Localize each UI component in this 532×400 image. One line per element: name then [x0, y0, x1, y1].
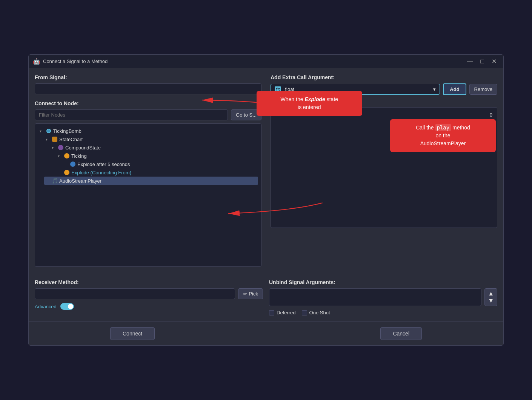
receiver-row: play ✏ Pick [35, 288, 263, 299]
extra-call-args-label: Extra Call Arguments: [271, 98, 497, 104]
label-ticking: Ticking [71, 153, 87, 159]
icon-audiostreamplayer: 🎵 [52, 178, 58, 184]
label-statechart: StateChart [59, 137, 83, 142]
left-panel: From Signal: state_entered() Connect to … [35, 74, 266, 267]
receiver-method-label: Receiver Method: [35, 279, 263, 285]
filter-row: Go to S... [35, 109, 261, 120]
type-select[interactable]: flt float ▾ [271, 84, 440, 95]
extra-call-section: Add Extra Call Argument: flt float ▾ Add… [271, 74, 497, 228]
tree-item-ticking[interactable]: ▾ Ticking [56, 152, 258, 160]
icon-compoundstate [58, 145, 64, 151]
from-signal-label: From Signal: [35, 74, 261, 80]
label-compoundstate: CompoundState [65, 145, 101, 151]
args-display: 0 [271, 107, 497, 228]
signal-input[interactable]: state_entered() [35, 83, 261, 94]
connect-button[interactable]: Connect [110, 327, 155, 340]
one-shot-label: One Shot [309, 310, 330, 315]
advanced-row: Advanced [35, 303, 263, 310]
pick-icon: ✏ [243, 291, 247, 297]
deferred-checkbox-item[interactable]: Deferred [269, 310, 296, 315]
toggle-knob [68, 304, 73, 309]
icon-explode-timer [70, 161, 76, 167]
tree-item-statechart[interactable]: ▾ StateChart [44, 135, 258, 143]
filter-nodes-input[interactable] [35, 109, 228, 120]
label-audiostreamplayer: AudioStreamPlayer [59, 178, 101, 184]
window-icon: 🤖 [33, 58, 40, 65]
window-title: Connect a Signal to a Method [43, 58, 461, 64]
unbind-signal-section: Unbind Signal Arguments: 0 ▲ ▼ Deferred … [269, 279, 497, 315]
bottom-section: Receiver Method: play ✏ Pick Advanced Un… [29, 273, 503, 322]
icon-ticking [64, 153, 70, 159]
tree-item-compoundstate[interactable]: ▾ CompoundState [50, 143, 258, 152]
unbind-input[interactable]: 0 [269, 288, 481, 306]
type-value: float [285, 86, 294, 92]
tree-item-tickingbomb[interactable]: ▾ TickingBomb [38, 127, 258, 135]
args-value: 0 [274, 111, 494, 119]
right-panel: Add Extra Call Argument: flt float ▾ Add… [266, 74, 497, 267]
unbind-input-row: 0 ▲ ▼ [269, 288, 497, 306]
node-tree: ▾ TickingBomb ▾ StateChart ▾ CompoundSta… [35, 123, 261, 267]
arrow-statechart: ▾ [46, 137, 50, 142]
deferred-checkbox[interactable] [269, 310, 274, 315]
main-content: From Signal: state_entered() Connect to … [29, 68, 503, 273]
remove-button[interactable]: Remove [469, 84, 497, 95]
cancel-button[interactable]: Cancel [380, 327, 422, 340]
one-shot-checkbox-item[interactable]: One Shot [302, 310, 330, 315]
arrow-tickingbomb: ▾ [40, 129, 44, 133]
receiver-method-section: Receiver Method: play ✏ Pick Advanced [35, 279, 263, 315]
minimize-button[interactable]: — [464, 57, 475, 66]
advanced-label: Advanced [35, 304, 57, 309]
pick-label: Pick [249, 291, 258, 297]
main-window: 🤖 Connect a Signal to a Method — □ ✕ Fro… [28, 54, 504, 346]
goto-button[interactable]: Go to S... [231, 109, 261, 120]
spinner-up: ▲ [488, 290, 494, 297]
maximize-button[interactable]: □ [478, 57, 486, 66]
window-controls: — □ ✕ [464, 57, 499, 66]
dropdown-arrow: ▾ [433, 86, 436, 92]
checkboxes-row: Deferred One Shot [269, 310, 497, 315]
label-explode: Explode (Connecting From) [71, 170, 131, 175]
close-button[interactable]: ✕ [489, 57, 499, 66]
arrow-ticking: ▾ [58, 154, 62, 158]
footer: Connect Cancel [29, 322, 503, 345]
connect-to-node-label: Connect to Node: [35, 100, 261, 106]
titlebar: 🤖 Connect a Signal to a Method — □ ✕ [29, 55, 503, 68]
spinner-down: ▼ [488, 297, 494, 304]
advanced-toggle[interactable] [60, 303, 74, 310]
one-shot-checkbox[interactable] [302, 310, 307, 315]
label-tickingbomb: TickingBomb [53, 128, 81, 134]
icon-tickingbomb [46, 128, 52, 134]
icon-statechart [52, 136, 58, 142]
add-button[interactable]: Add [443, 83, 466, 95]
arg-row: flt float ▾ Add Remove [271, 83, 497, 95]
pick-button[interactable]: ✏ Pick [238, 288, 263, 299]
unbind-signal-label: Unbind Signal Arguments: [269, 279, 497, 285]
flt-icon: flt [275, 86, 281, 92]
extra-call-label: Add Extra Call Argument: [271, 74, 497, 80]
tree-item-audiostreamplayer[interactable]: 🎵 AudioStreamPlayer [44, 177, 258, 185]
icon-explode [64, 169, 70, 175]
arrow-compoundstate: ▾ [52, 146, 56, 150]
tree-item-explode-timer[interactable]: Explode after 5 seconds [62, 160, 258, 168]
label-explode-timer: Explode after 5 seconds [77, 162, 130, 167]
tree-item-explode[interactable]: Explode (Connecting From) [56, 168, 258, 177]
spinner-button[interactable]: ▲ ▼ [484, 288, 497, 306]
receiver-input[interactable]: play [35, 288, 235, 299]
deferred-label: Deferred [277, 310, 296, 315]
